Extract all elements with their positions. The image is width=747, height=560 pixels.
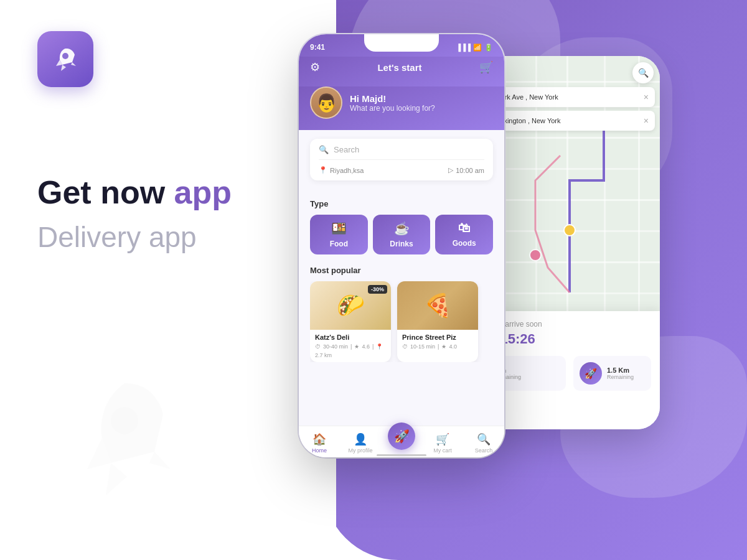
wifi-icon: 📶	[473, 44, 482, 52]
type-card-food[interactable]: 🍱 Food	[310, 215, 368, 254]
headline-text1: Get now	[37, 174, 174, 210]
type-section-title: Type	[310, 199, 493, 208]
profile-label: My profile	[348, 447, 372, 454]
prince-sep: |	[438, 343, 439, 350]
location-pin-icon: 📍	[319, 166, 327, 174]
card-prince-pizza-img: 🍕	[397, 281, 478, 330]
status-time: 9:41	[310, 43, 325, 52]
svg-point-2	[564, 225, 575, 236]
headline: Get now app	[37, 174, 299, 212]
popular-cards: 🌮 -30% Katz's Deli ⏱ 30-40 min | ★ 4.6	[310, 281, 493, 362]
avatar: 👨	[310, 86, 342, 119]
svg-point-0	[62, 53, 68, 59]
prince-rating: 4.0	[449, 343, 457, 350]
location2-close-button[interactable]: ×	[644, 116, 649, 126]
clock-icon-katz: ⏱	[315, 343, 321, 350]
map-phone-wrapper: 🔍 8 Park Ave , New York × 0 Lexington , …	[479, 56, 660, 429]
katz-sep1: |	[350, 343, 352, 350]
type-cards: 🍱 Food ☕ Drinks 🛍 Goods	[310, 215, 493, 254]
rocket-stat-icon: 🚀	[580, 362, 602, 385]
svg-point-3	[530, 250, 541, 261]
type-section: Type 🍱 Food ☕ Drinks 🛍 Goods	[299, 193, 504, 259]
drinks-icon: ☕	[394, 221, 410, 236]
location-row[interactable]: 📍 Riyadh,ksa	[319, 166, 364, 174]
search-input-row[interactable]: 🔍 Search	[319, 145, 484, 160]
star-icon-katz: ★	[354, 343, 359, 350]
popular-card-katz[interactable]: 🌮 -30% Katz's Deli ⏱ 30-40 min | ★ 4.6	[310, 281, 391, 362]
left-panel: Get now app Delivery app	[0, 0, 336, 560]
type-card-goods[interactable]: 🛍 Goods	[435, 215, 493, 254]
clock-icon-prince: ⏱	[402, 343, 408, 350]
location-icon-katz: 📍	[376, 343, 383, 350]
map-stat-info-2: 1.5 Km Remaining	[607, 366, 634, 380]
phone-frame: 9:41 ▐▐▐ 📶 🔋 ⚙ Let's start 🛒 👨 Hi Majd! …	[299, 34, 504, 457]
phone-indicator	[377, 454, 426, 456]
greeting-name: Hi Majd!	[350, 93, 435, 104]
cart-icon[interactable]: 🛒	[479, 60, 493, 74]
search-label: Search	[475, 447, 493, 454]
map-location-items: 8 Park Ave , New York × 0 Lexington , Ne…	[484, 87, 655, 134]
svg-point-1	[111, 407, 138, 434]
nav-fab-wrapper: 🚀	[381, 436, 422, 450]
card-katz-image: 🌮 -30%	[310, 281, 391, 330]
nav-fab-button[interactable]: 🚀	[388, 422, 415, 450]
status-icons: ▐▐▐ 📶 🔋	[456, 44, 493, 52]
app-icon	[37, 31, 93, 87]
card-prince-name: Prince Street Piz	[402, 334, 473, 341]
bottom-nav: 🏠 Home 👤 My profile 🚀 🛒 My cart 🔍 Search	[299, 426, 504, 457]
profile-icon: 👤	[354, 432, 367, 446]
nav-profile[interactable]: 👤 My profile	[340, 432, 381, 454]
map-location-item-2[interactable]: 0 Lexington , New York ×	[484, 111, 655, 131]
search-section: 🔍 Search 📍 Riyadh,ksa ▷ 10:00 am	[299, 130, 504, 193]
card-prince-meta: ⏱ 10-15 min | ★ 4.0	[402, 343, 473, 350]
map-phone-frame: 🔍 8 Park Ave , New York × 0 Lexington , …	[479, 56, 660, 429]
subheadline: Delivery app	[37, 220, 299, 254]
phone-scroll-area: 🔍 Search 📍 Riyadh,ksa ▷ 10:00 am	[299, 130, 504, 457]
katz-time: 30-40 min	[323, 343, 348, 350]
time-label: 10:00 am	[456, 167, 484, 174]
map-bottom-panel: r will arrive soon 3:15:26 3 m Remaining…	[479, 311, 660, 429]
rocket-icon	[49, 42, 83, 77]
filter-icon[interactable]: ⚙	[310, 60, 320, 74]
stat2-label: Remaining	[607, 374, 634, 380]
map-stat-distance: 🚀 1.5 Km Remaining	[573, 356, 651, 391]
map-arrive-label: r will arrive soon	[488, 320, 651, 329]
card-katz-name: Katz's Deli	[315, 334, 386, 341]
nav-home[interactable]: 🏠 Home	[299, 432, 340, 454]
cart-nav-icon: 🛒	[436, 432, 449, 446]
header-title: Let's start	[377, 62, 421, 73]
time-row[interactable]: ▷ 10:00 am	[448, 166, 484, 174]
type-card-drinks[interactable]: ☕ Drinks	[373, 215, 431, 254]
headline-text2: app	[174, 174, 232, 210]
map-location-item-1[interactable]: 8 Park Ave , New York ×	[484, 87, 655, 107]
phone-notch	[364, 34, 439, 52]
phone-header: ⚙ Let's start 🛒	[299, 57, 504, 86]
greeting-sub: What are you looking for?	[350, 104, 435, 113]
map-background: 🔍 8 Park Ave , New York × 0 Lexington , …	[479, 56, 660, 317]
card-katz-info: Katz's Deli ⏱ 30-40 min | ★ 4.6 | 📍 2.7 …	[310, 330, 391, 362]
food-icon: 🍱	[331, 221, 347, 236]
location-label: Riyadh,ksa	[330, 167, 364, 174]
greeting-row: 👨 Hi Majd! What are you looking for?	[299, 86, 504, 130]
search-placeholder: Search	[334, 145, 359, 154]
signal-icon: ▐▐▐	[456, 44, 471, 51]
search-subrow: 📍 Riyadh,ksa ▷ 10:00 am	[319, 166, 484, 174]
location1-close-button[interactable]: ×	[644, 92, 649, 102]
popular-card-prince[interactable]: 🍕 Prince Street Piz ⏱ 10-15 min | ★ 4.0	[397, 281, 478, 362]
discount-badge: -30%	[368, 285, 387, 294]
search-nav-icon: 🔍	[477, 432, 491, 446]
card-katz-meta: ⏱ 30-40 min | ★ 4.6 | 📍 2.7 km	[315, 343, 386, 358]
nav-search[interactable]: 🔍 Search	[463, 432, 504, 454]
nav-cart[interactable]: 🛒 My cart	[422, 432, 463, 454]
search-box: 🔍 Search 📍 Riyadh,ksa ▷ 10:00 am	[310, 139, 493, 180]
card-prince-image: 🍕	[397, 281, 478, 330]
food-label: Food	[330, 240, 348, 248]
katz-rating: 4.6	[362, 343, 370, 350]
map-search-button[interactable]: 🔍	[632, 62, 654, 83]
greeting-text: Hi Majd! What are you looking for?	[350, 93, 435, 113]
map-arrive-time: 3:15:26	[488, 331, 651, 347]
time-arrow-icon: ▷	[448, 166, 453, 174]
search-magnifier-icon: 🔍	[319, 145, 329, 154]
prince-time: 10-15 min	[410, 343, 435, 350]
avatar-face: 👨	[311, 88, 341, 118]
